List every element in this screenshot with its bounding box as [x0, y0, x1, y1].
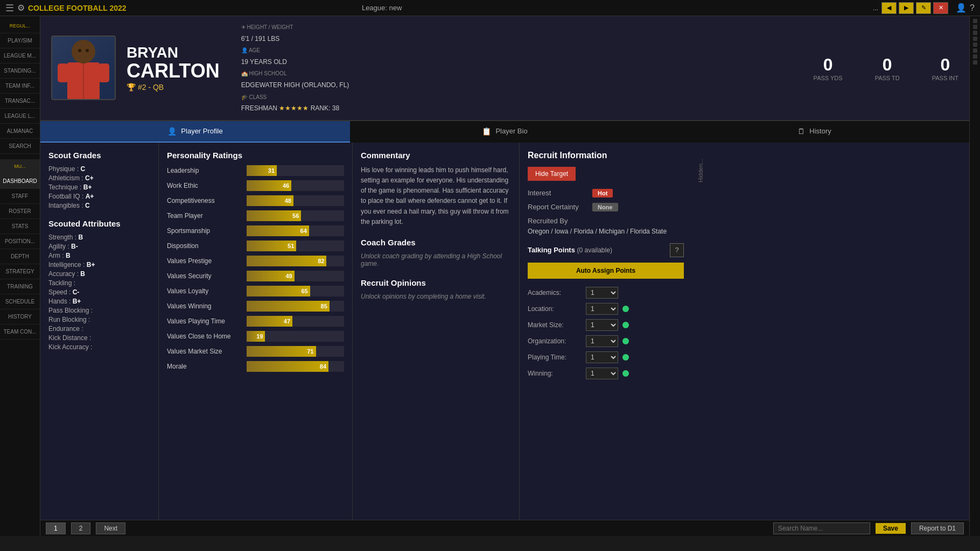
- organization-select[interactable]: 1: [586, 335, 618, 347]
- assignment-organization: Organization: 1: [528, 335, 684, 347]
- logo-area: ☰ ⚙ COLLEGE FOOTBALL 2022: [5, 2, 127, 14]
- attr-intelligence: Intelligence : B+: [48, 261, 150, 269]
- profile-tab-icon: 👤: [167, 127, 177, 136]
- academics-select[interactable]: 1: [586, 287, 618, 299]
- player-header: BRYAN CARLTON 🏆 #2 - QB ✈ HEIGHT / WEIGH…: [40, 16, 969, 121]
- sidebar: REGUL... PLAY/SIM LEAGUE M... STANDING..…: [0, 16, 40, 536]
- tab-history[interactable]: 🗒 History: [660, 121, 969, 143]
- sidebar-standings[interactable]: STANDING...: [0, 63, 40, 79]
- sidebar-play-sim[interactable]: PLAY/SIM: [0, 33, 40, 48]
- personality-section: Personality Ratings Leadership 31 Work E…: [159, 143, 353, 520]
- league-title: League: new: [362, 4, 402, 12]
- talking-points-help-button[interactable]: ?: [670, 243, 684, 257]
- playing-time-select[interactable]: 1: [586, 351, 618, 363]
- next-page-button[interactable]: Next: [96, 522, 125, 534]
- pass-yds-label: PASS YDS: [814, 75, 843, 81]
- talking-points-label: Talking Points: [528, 246, 575, 254]
- sidebar-depth[interactable]: DEPTH: [0, 249, 40, 264]
- svg-point-1: [72, 40, 95, 63]
- coach-grades-title: Coach Grades: [361, 238, 511, 247]
- content-area: BRYAN CARLTON 🏆 #2 - QB ✈ HEIGHT / WEIGH…: [40, 16, 969, 536]
- sidebar-league-m[interactable]: LEAGUE M...: [0, 48, 40, 63]
- sidebar-training[interactable]: TRAINING: [0, 279, 40, 294]
- rating-values-close-home: Values Close to Home 19: [167, 331, 344, 342]
- rating-work-ethic: Work Ethic 46: [167, 180, 344, 191]
- nav-buttons: ◀ ▶ ✎ ✕: [881, 2, 948, 14]
- pass-yds-stat: 0 PASS YDS: [814, 55, 843, 81]
- sidebar-schedule[interactable]: SCHEDULE: [0, 294, 40, 309]
- menu-icon[interactable]: ☰: [5, 2, 14, 14]
- auto-assign-button[interactable]: Auto Assign Points: [528, 263, 684, 279]
- report-certainty-row: Report Certainty None: [528, 203, 684, 211]
- attr-kick-distance: Kick Distance :: [48, 334, 150, 342]
- sidebar-stats[interactable]: STATS: [0, 219, 40, 234]
- tabs-bar: 👤 Player Profile 📋 Player Bio 🗒 History: [40, 121, 969, 143]
- recruit-opinions-title: Recruit Opinions: [361, 278, 511, 287]
- rating-values-playing-time: Values Playing Time 47: [167, 316, 344, 327]
- rating-values-market-size: Values Market Size 71: [167, 346, 344, 357]
- market-size-select[interactable]: 1: [586, 319, 618, 331]
- height-weight: 6'1 / 191 LBS: [241, 35, 280, 43]
- sidebar-regul[interactable]: REGUL...: [0, 19, 40, 33]
- interest-label: Interest: [528, 189, 587, 197]
- rating-disposition: Disposition 51: [167, 241, 344, 251]
- tab-player-bio[interactable]: 📋 Player Bio: [350, 121, 660, 143]
- commentary-section: Commentary His love for winning leads hi…: [353, 143, 520, 520]
- winning-select[interactable]: 1: [586, 368, 618, 379]
- history-tab-icon: 🗒: [797, 127, 805, 136]
- svg-rect-6: [99, 63, 109, 82]
- user-label: ...: [873, 4, 878, 12]
- player-high-school: EDGEWATER HIGH (ORLANDO, FL): [241, 81, 349, 89]
- close-button[interactable]: ✕: [933, 2, 948, 14]
- tab-player-profile[interactable]: 👤 Player Profile: [40, 121, 350, 143]
- sidebar-history[interactable]: HISTORY: [0, 309, 40, 324]
- recruit-opinions-section: Recruit Opinions Unlock opinions by comp…: [361, 278, 511, 300]
- sidebar-strategy[interactable]: STRATEGY: [0, 264, 40, 279]
- sidebar-mu[interactable]: MU...: [0, 159, 40, 174]
- edit-button[interactable]: ✎: [916, 2, 931, 14]
- page-2-button[interactable]: 2: [71, 522, 91, 534]
- next-button[interactable]: ▶: [899, 2, 914, 14]
- profile-icon[interactable]: 👤: [956, 3, 967, 13]
- page-1-button[interactable]: 1: [46, 522, 66, 534]
- player-name-section: BRYAN CARLTON 🏆 #2 - QB: [127, 44, 220, 91]
- recruit-opinions-unlock: Unlock opinions by completing a home vis…: [361, 293, 511, 300]
- sidebar-search[interactable]: SEARCH: [0, 139, 40, 154]
- grade-athleticism: Athleticism : C+: [48, 174, 150, 182]
- scroll-indicator-3: [973, 31, 977, 35]
- sidebar-team-con[interactable]: TEAM CON...: [0, 324, 40, 340]
- sidebar-team-inf[interactable]: TEAM INF...: [0, 79, 40, 94]
- sidebar-almanac[interactable]: ALMANAC: [0, 124, 40, 139]
- attr-speed: Speed : C-: [48, 288, 150, 296]
- rating-leadership: Leadership 31: [167, 165, 344, 176]
- pass-td-label: PASS TD: [875, 75, 900, 81]
- sidebar-staff[interactable]: STAFF: [0, 189, 40, 204]
- rating-morale: Morale 84: [167, 361, 344, 372]
- sidebar-positions[interactable]: POSITION...: [0, 234, 40, 249]
- grades-list: Physique : C Athleticism : C+ Technique …: [48, 165, 150, 209]
- grade-technique: Technique : B+: [48, 183, 150, 191]
- sidebar-league-l[interactable]: LEAGUE L...: [0, 109, 40, 124]
- stats-section: 0 PASS YDS 0 PASS TD 0 PASS INT: [814, 55, 958, 81]
- prev-button[interactable]: ◀: [881, 2, 897, 14]
- hide-target-button[interactable]: Hide Target: [528, 167, 576, 181]
- scouted-attributes-title: Scouted Attributes: [48, 219, 150, 228]
- scout-grades-title: Scout Grades: [48, 151, 150, 160]
- player-stars: ★★★★★: [279, 104, 309, 112]
- pass-int-value: 0: [932, 55, 958, 75]
- sidebar-transac[interactable]: TRANSAC...: [0, 94, 40, 109]
- home-icon[interactable]: ⚙: [17, 3, 25, 13]
- save-button[interactable]: Save: [876, 523, 906, 534]
- interest-row: Interest Hot: [528, 189, 684, 197]
- location-select[interactable]: 1: [586, 303, 618, 315]
- search-name-input[interactable]: [773, 522, 870, 534]
- pass-td-stat: 0 PASS TD: [875, 55, 900, 81]
- recruited-by-section: Recruited By Oregon / Iowa / Florida / M…: [528, 217, 684, 235]
- assignment-location: Location: 1: [528, 303, 684, 315]
- player-first-name: BRYAN: [127, 44, 220, 61]
- sidebar-roster[interactable]: ROSTER: [0, 204, 40, 219]
- report-button[interactable]: Report to D1: [911, 522, 964, 534]
- help-icon[interactable]: ?: [970, 3, 975, 13]
- player-number: 🏆 #2 - QB: [127, 83, 220, 91]
- sidebar-dashboard[interactable]: DASHBOARD: [0, 174, 40, 189]
